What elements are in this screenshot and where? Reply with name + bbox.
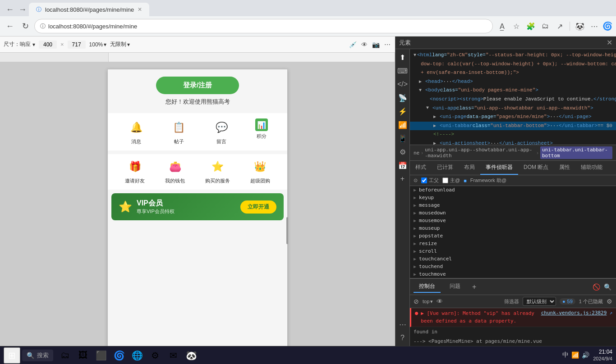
tree-line-html2[interactable]: dow-top: calc(var(--top-window-height) +… [410,60,616,69]
address-bar[interactable]: ⓘ localhost:8080/#/pages/mine/mine [34,19,493,33]
back-btn[interactable]: ← [4,20,16,32]
group-icon-item[interactable]: 👑 超级团购 [250,158,270,184]
tree-arrow-unipage[interactable]: ▶ [433,114,439,121]
menu-btn[interactable]: ⋯ [588,20,601,32]
sidebar-settings-btn[interactable]: ⚙ [396,146,409,158]
message2-icon-item[interactable]: 💬 留言 [212,118,230,145]
taskbar-app-green[interactable]: 🐼 [183,347,199,364]
tab-layout[interactable]: 布局 [459,161,480,175]
device-size-label[interactable]: 尺寸：响应 ▾ [4,41,35,48]
zoom-select[interactable]: 100% ▾ [89,41,107,48]
taskbar-app-term[interactable]: ⬛ [93,347,109,364]
tab-forward-btn[interactable]: → [16,3,29,16]
tree-arrow-body[interactable]: ▼ [419,87,424,94]
taskbar-app-files[interactable]: 🗂 [57,347,73,364]
event-touchmove[interactable]: ▶ touchmove [410,270,616,278]
resize-handle[interactable] [286,217,288,244]
tab-accessibility[interactable]: 辅助功能 [575,161,608,175]
tree-line-head[interactable]: ▶ <head> ··· </head> [410,77,616,86]
eyedropper-btn[interactable]: 💉 [348,40,358,49]
breadcrumb-unitabbar[interactable]: uni-tabbar.uni-tabbar-bottom [540,146,612,159]
sidebar-help-btn[interactable]: ? [396,332,409,344]
console-settings-btn[interactable]: ⚙ [607,298,612,305]
tree-arrow-html[interactable]: ▼ [414,52,416,59]
message-icon-item[interactable]: 🔔 消息 [127,118,145,145]
event-popstate[interactable]: ▶ popstate [410,232,616,240]
tree-line-body[interactable]: ▼ <body class= "uni-body pages-mine-mine… [410,86,616,95]
tab-event-listeners[interactable]: 事件侦听器 [480,161,518,175]
tree-line-comment[interactable]: <!----> [410,130,616,139]
tab-back-btn[interactable]: ← [4,3,16,16]
event-mousedown[interactable]: ▶ mousedown [410,209,616,217]
console-link[interactable]: chunk-vendors.js:23829 [541,310,607,316]
refresh-btn[interactable]: ↻ [19,20,32,32]
tree-line-html3[interactable]: + env(safe-area-inset-bottom));"> [410,68,616,77]
filter-checkbox-framework[interactable]: 主@ [442,177,460,184]
console-plus-btn[interactable]: + [469,282,479,292]
tab-style[interactable]: 样式 [410,161,432,175]
tree-line-uniapp[interactable]: ▼ <uni-app class= "uni-app--showtabbar u… [410,104,616,113]
share-btn[interactable]: ↗ [553,20,566,32]
visibility-btn[interactable]: 👁 [360,40,368,49]
tree-line-actionsheet[interactable]: ▶ <uni-actionsheet> ··· </uni-actionshee… [410,139,616,145]
active-tab[interactable]: ⓘ localhost:8080/#/pages/mine/mine ✕ [29,3,149,16]
sidebar-network-btn[interactable]: 📡 [396,91,409,104]
collections-btn[interactable]: 🗂 [539,20,552,32]
height-input[interactable] [68,41,86,49]
event-mouseup[interactable]: ▶ mouseup [410,224,616,232]
sidebar-performance-btn[interactable]: ⚡ [396,105,409,118]
post-icon-item[interactable]: 📋 帖子 [170,118,188,145]
vip-open-btn[interactable]: 立即开通 [240,200,276,214]
taskbar-app-ie[interactable]: 🌐 [129,347,145,364]
devtools-close-btn[interactable]: ✕ [607,38,612,47]
framework-checkbox[interactable] [442,177,448,183]
taskbar-app-edge[interactable]: 🌀 [111,347,127,364]
tab-close-btn[interactable]: ✕ [138,6,142,13]
more-btn[interactable]: ⋯ [383,40,391,49]
width-input[interactable] [39,41,57,49]
console-tab[interactable]: 控制台 [414,281,441,293]
throttle-select[interactable]: 无限制 ▾ [110,41,130,48]
events-panel[interactable]: ▶ beforeunload ▶ keyup ▶ message ▶ [410,186,616,278]
sidebar-console-btn[interactable]: ⌨ [396,64,409,77]
sidebar-more-btn[interactable]: ⋯ [396,318,409,331]
event-touchcancel[interactable]: ▶ touchcancel [410,255,616,263]
event-keyup[interactable]: ▶ keyup [410,194,616,201]
tree-arrow-unitabbar[interactable]: ▶ [433,123,439,130]
profile-btn[interactable]: 🐼 [574,20,586,32]
screenshot-btn[interactable]: 📷 [371,40,381,49]
breadcrumb-uniapp[interactable]: uni-app.uni-app--showtabbar.uni-app--max… [425,147,535,159]
event-touchend[interactable]: ▶ touchend [410,263,616,270]
extensions-btn[interactable]: 🧩 [524,20,537,32]
sidebar-add-btn[interactable]: + [396,173,409,185]
sidebar-device-btn[interactable]: 📱 [396,132,409,145]
console-filter-icon2[interactable]: 🔍 [603,282,612,291]
console-output[interactable]: ● ▶ [Vue warn]: Method "vip" has already… [410,308,616,346]
sidebar-pointer-btn[interactable]: ⬆ [396,51,409,64]
tree-line-unitabbar[interactable]: ▶ <uni-tabbar class= "uni-tabbar-bottom"… [410,122,616,131]
login-button[interactable]: 登录/注册 [156,77,239,94]
event-scroll[interactable]: ▶ scroll [410,247,616,255]
tree-line-html[interactable]: ▼ <html lang= "zh-CN" style= "--status-b… [410,51,616,60]
start-button[interactable]: ⊞ [4,347,20,364]
ancestors-checkbox[interactable] [421,177,427,183]
filter-checkbox-ancestors[interactable]: 工父 [421,177,439,184]
breadcrumb-ne[interactable]: ne [414,150,419,156]
taskbar-search[interactable]: 🔍 搜索 [22,350,53,361]
wallet-icon-item[interactable]: 👛 我的钱包 [165,158,185,184]
invite-icon-item[interactable]: 🎁 邀请好友 [125,158,145,184]
issues-tab[interactable]: 问题 [444,281,466,293]
event-message[interactable]: ▶ message [410,201,616,209]
taskbar-app-settings[interactable]: ⚙ [147,347,163,364]
sidebar-wifi-btn[interactable]: 📶 [396,118,409,131]
tree-arrow-head[interactable]: ▶ [419,78,424,86]
sidebar-elements-btn[interactable]: </> [396,78,409,91]
tab-properties[interactable]: 属性 [554,161,575,175]
event-mousemove[interactable]: ▶ mousemove [410,217,616,224]
service-icon-item[interactable]: ⭐ 购买的服务 [205,158,230,184]
taskbar-app-mail[interactable]: ✉ [165,347,181,364]
tree-line-unipage[interactable]: ▶ <uni-page data-page= "pages/mine/mine"… [410,113,616,122]
elements-tree[interactable]: ▼ <html lang= "zh-CN" style= "--status-b… [410,49,616,145]
star-btn[interactable]: ☆ [510,20,523,32]
level-select[interactable]: 默认级别 [523,297,556,306]
